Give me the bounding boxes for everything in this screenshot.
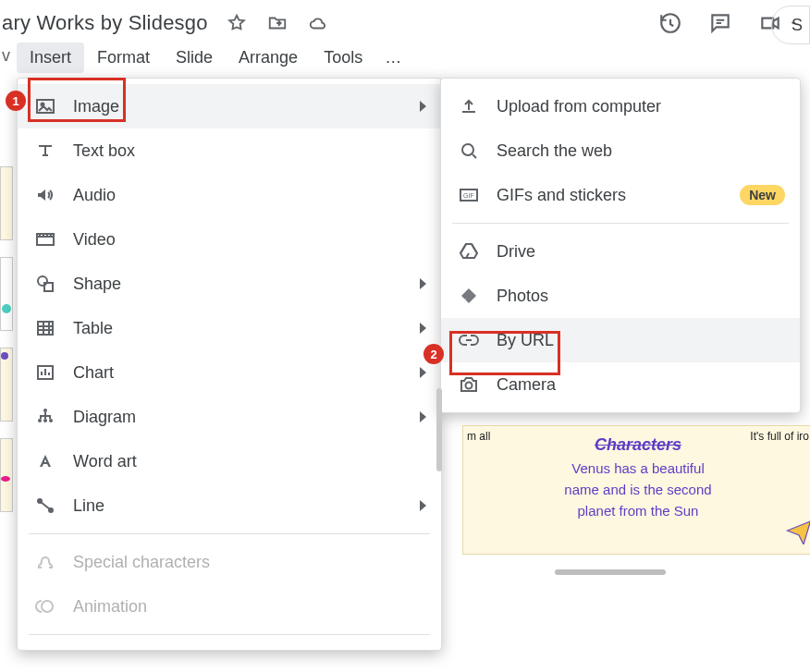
menu-overflow[interactable]: …: [375, 43, 411, 73]
menu-item-image[interactable]: Image: [18, 84, 441, 128]
menu-tools[interactable]: Tools: [311, 43, 375, 73]
submenu-arrow-icon: [420, 101, 426, 112]
upload-icon: [458, 95, 480, 117]
image-icon: [34, 95, 56, 117]
comments-icon[interactable]: [708, 11, 732, 35]
image-submenu: Upload from computer Search the web GIF …: [440, 78, 801, 413]
wordart-icon: [34, 450, 56, 472]
svg-point-14: [462, 144, 473, 155]
menu-slide[interactable]: Slide: [163, 43, 226, 73]
submenu-label: Upload from computer: [497, 97, 661, 116]
slide-thumbnail[interactable]: [0, 438, 13, 512]
menu-item-label: Shape: [73, 275, 121, 294]
menu-truncated-left: v: [2, 46, 10, 66]
menu-item-label: Video: [73, 230, 116, 250]
insert-menu-scrollbar-track: [436, 83, 442, 481]
menu-item-label: Image: [73, 97, 119, 116]
menu-item-label: Line: [73, 496, 104, 516]
svg-point-7: [43, 409, 47, 412]
slide-thumbnails-column: [0, 166, 17, 647]
move-folder-icon[interactable]: [267, 13, 288, 33]
history-icon[interactable]: [658, 11, 682, 35]
submenu-label: Drive: [497, 242, 535, 262]
submenu-gifs-stickers[interactable]: GIF GIFs and stickers New: [441, 173, 800, 217]
document-title[interactable]: ary Works by Slidesgo: [0, 11, 208, 35]
svg-point-9: [43, 419, 47, 422]
menu-item-wordart[interactable]: Word art: [18, 439, 441, 483]
new-badge: New: [740, 185, 785, 205]
svg-point-3: [38, 276, 47, 286]
star-icon[interactable]: [227, 13, 247, 33]
table-icon: [34, 317, 56, 339]
menu-item-chart[interactable]: Chart: [18, 350, 441, 395]
submenu-photos[interactable]: Photos: [441, 274, 800, 318]
svg-point-13: [42, 601, 53, 612]
photos-icon: [458, 285, 480, 307]
submenu-upload-from-computer[interactable]: Upload from computer: [441, 84, 800, 128]
drive-icon: [458, 240, 480, 263]
menu-item-label: Table: [73, 319, 113, 338]
menu-item-audio[interactable]: Audio: [18, 173, 441, 217]
menu-item-label: Animation: [73, 597, 147, 617]
menu-item-shape[interactable]: Shape: [18, 262, 441, 306]
insert-menu-scrollbar-thumb[interactable]: [436, 388, 442, 471]
menu-item-label: Audio: [73, 186, 116, 205]
canvas-body-line: name and is the second: [472, 482, 804, 497]
menubar: Insert Format Slide Arrange Tools …: [17, 43, 411, 73]
submenu-arrow-icon: [420, 323, 426, 334]
svg-rect-5: [38, 322, 53, 335]
slide-thumbnail[interactable]: [0, 257, 13, 331]
svg-text:GIF: GIF: [463, 192, 474, 199]
canvas-body-line: Venus has a beautiful: [472, 460, 804, 476]
canvas-text-fragment: It's full of iro: [750, 430, 809, 443]
camera-icon: [458, 373, 480, 396]
menu-item-diagram[interactable]: Diagram: [18, 395, 441, 439]
menu-separator: [452, 223, 789, 224]
animation-icon: [34, 595, 56, 617]
slide-thumbnail[interactable]: [0, 166, 13, 240]
menu-item-video[interactable]: Video: [18, 217, 441, 262]
svg-point-8: [38, 419, 42, 422]
menu-format[interactable]: Format: [84, 43, 163, 73]
audio-icon: [34, 184, 56, 206]
submenu-label: Photos: [497, 287, 548, 306]
menu-item-table[interactable]: Table: [18, 306, 441, 350]
canvas-body-line: planet from the Sun: [472, 503, 804, 519]
menu-item-textbox[interactable]: Text box: [18, 128, 441, 173]
submenu-drive[interactable]: Drive: [441, 229, 800, 274]
submenu-by-url[interactable]: By URL: [441, 318, 800, 362]
menu-arrange[interactable]: Arrange: [226, 43, 311, 73]
submenu-label: Search the web: [497, 141, 612, 161]
submenu-arrow-icon: [420, 278, 426, 289]
menu-insert[interactable]: Insert: [17, 43, 84, 73]
menu-separator: [29, 533, 430, 534]
video-icon: [34, 228, 56, 250]
insert-menu: Image Text box Audio Video Shape Table: [17, 78, 442, 651]
specialchars-icon: [34, 551, 56, 573]
paper-plane-icon: [785, 517, 810, 544]
cloud-status-icon[interactable]: [308, 13, 328, 33]
svg-point-10: [49, 419, 53, 422]
horizontal-scrollbar[interactable]: [555, 569, 666, 575]
slide-canvas[interactable]: m all ei It's full of iro Characters Ven…: [462, 425, 810, 555]
gif-icon: GIF: [458, 184, 480, 206]
menu-item-line[interactable]: Line: [18, 483, 441, 528]
menu-item-animation: Animation: [18, 584, 441, 629]
submenu-arrow-icon: [420, 367, 426, 378]
menu-item-label: Word art: [73, 452, 137, 471]
submenu-arrow-icon: [420, 411, 426, 422]
menu-separator: [29, 634, 430, 635]
submenu-label: By URL: [497, 331, 554, 350]
textbox-icon: [34, 140, 56, 162]
slide-thumbnail[interactable]: [0, 348, 13, 422]
search-icon: [458, 140, 480, 162]
share-button[interactable]: S: [771, 6, 810, 44]
diagram-icon: [34, 406, 56, 428]
line-icon: [34, 495, 56, 517]
submenu-camera[interactable]: Camera: [441, 362, 800, 407]
link-icon: [458, 329, 480, 351]
submenu-search-web[interactable]: Search the web: [441, 128, 800, 173]
canvas-text-fragment: m all: [467, 430, 490, 443]
submenu-label: Camera: [497, 375, 556, 395]
menu-item-label: Special characters: [73, 553, 210, 572]
